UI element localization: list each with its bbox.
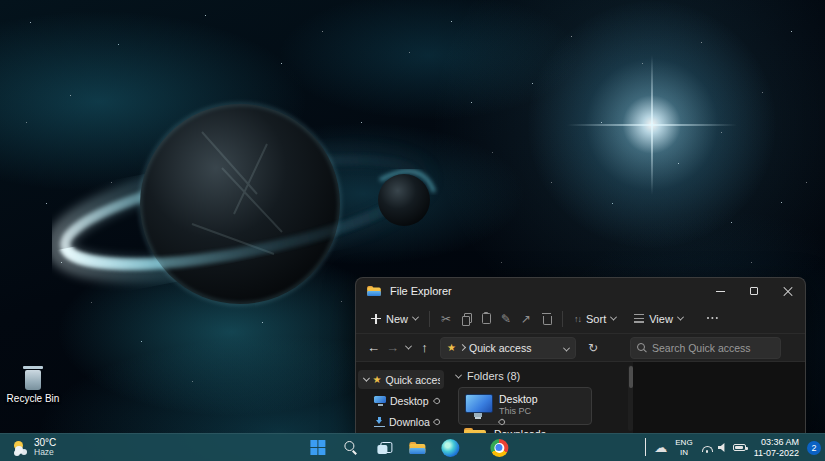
address-bar[interactable]: ★ Quick access — [440, 337, 576, 359]
taskbar-chrome-button[interactable] — [487, 436, 511, 460]
wifi-icon — [701, 443, 713, 453]
language-code: ENG — [675, 438, 692, 447]
pin-icon — [433, 417, 441, 425]
cut-button[interactable]: ✂ — [436, 309, 456, 329]
trash-icon — [542, 313, 551, 324]
folder-tile-name: Desktop — [499, 393, 538, 405]
downloads-icon — [374, 417, 385, 427]
content-empty-area — [633, 362, 805, 433]
scrollbar-thumb[interactable] — [629, 366, 633, 388]
minimize-button[interactable] — [703, 278, 737, 304]
sidebar-item-quick-access[interactable]: ★ Quick access — [358, 370, 444, 389]
widgets-weather-button[interactable]: 30°C Haze — [6, 434, 62, 461]
close-button[interactable] — [771, 278, 805, 304]
taskbar-app-icons — [306, 434, 511, 461]
new-button-label: New — [386, 313, 408, 325]
sort-icon: ↑↓ — [574, 314, 581, 324]
pin-icon — [498, 418, 506, 426]
forward-button[interactable]: → — [383, 338, 402, 358]
recent-locations-button[interactable] — [402, 345, 415, 350]
sidebar-item-desktop[interactable]: Desktop — [358, 391, 444, 410]
close-icon — [783, 286, 793, 296]
plus-icon — [371, 314, 381, 324]
chrome-icon — [490, 439, 508, 457]
view-button[interactable]: View — [629, 310, 688, 328]
paste-button[interactable] — [476, 309, 496, 329]
sidebar-item-downloads[interactable]: Downloads — [358, 412, 444, 431]
refresh-button[interactable]: ↻ — [584, 341, 602, 355]
desktop-icon — [374, 396, 386, 406]
navigation-bar: ← → ↑ ★ Quick access ↻ — [356, 334, 805, 362]
maximize-icon — [750, 287, 758, 295]
battery-icon — [733, 444, 746, 451]
up-button[interactable]: ↑ — [415, 338, 434, 358]
folder-tile-downloads[interactable]: Downloads — [458, 426, 592, 433]
recycle-bin-shortcut[interactable]: Recycle Bin — [6, 364, 60, 404]
sort-button[interactable]: ↑↓ Sort — [569, 310, 621, 328]
share-button[interactable]: ↗ — [516, 309, 536, 329]
minimize-icon — [716, 291, 725, 292]
see-more-button[interactable] — [702, 314, 724, 323]
file-explorer-window: File Explorer New ✂ ✎ ↗ ↑↓ Sort View — [355, 277, 806, 433]
pin-icon — [433, 396, 441, 404]
clock-button[interactable]: 03:36 AM 11-07-2022 — [754, 437, 799, 459]
copy-icon — [462, 313, 471, 324]
chevron-down-icon — [677, 314, 684, 321]
copy-button[interactable] — [456, 309, 476, 329]
search-input[interactable] — [652, 342, 774, 354]
quick-access-star-icon: ★ — [373, 375, 382, 385]
quick-settings-button[interactable] — [701, 443, 746, 453]
address-dropdown-button[interactable] — [564, 342, 569, 354]
file-explorer-icon — [367, 286, 381, 296]
tray-overflow-button[interactable] — [645, 439, 646, 457]
taskbar-edge-button[interactable] — [438, 436, 462, 460]
language-indicator[interactable]: ENG IN — [675, 438, 692, 456]
content-pane: Folders (8) Desktop This PC Downloads — [448, 362, 628, 433]
view-icon — [634, 314, 644, 323]
search-box — [630, 337, 781, 359]
taskbar-file-explorer-button[interactable] — [405, 436, 429, 460]
folder-tile-location: This PC — [499, 406, 538, 416]
toolbar-divider — [562, 311, 563, 327]
desktop-folder-icon — [465, 394, 491, 418]
chevron-down-icon — [405, 343, 412, 350]
onedrive-cloud-icon[interactable]: ☁ — [654, 441, 667, 454]
toolbar-divider — [429, 311, 430, 327]
delete-button[interactable] — [536, 309, 556, 329]
rename-button[interactable]: ✎ — [496, 309, 516, 329]
start-button[interactable] — [306, 436, 330, 460]
notification-count-badge[interactable]: 2 — [807, 441, 821, 455]
recycle-bin-icon — [22, 364, 44, 390]
folders-section-header[interactable]: Folders (8) — [448, 362, 628, 382]
maximize-button[interactable] — [737, 278, 771, 304]
task-view-button[interactable] — [372, 436, 396, 460]
weather-condition: Haze — [34, 448, 56, 457]
sidebar-item-label: Desktop — [390, 395, 429, 407]
chevron-down-icon — [455, 371, 462, 378]
command-bar: New ✂ ✎ ↗ ↑↓ Sort View — [356, 304, 805, 334]
folder-tile-desktop[interactable]: Desktop This PC — [458, 387, 592, 425]
new-button[interactable]: New — [366, 310, 423, 328]
chevron-down-icon — [610, 314, 617, 321]
taskbar-search-button[interactable] — [339, 436, 363, 460]
sidebar-item-label: Quick access — [385, 374, 440, 386]
folders-section-label: Folders (8) — [467, 370, 520, 382]
view-button-label: View — [649, 313, 673, 325]
file-explorer-icon — [409, 442, 425, 454]
edge-icon — [441, 439, 459, 457]
sort-button-label: Sort — [586, 313, 606, 325]
paste-icon — [482, 313, 491, 324]
window-title: File Explorer — [390, 285, 452, 297]
region-code: IN — [680, 448, 688, 457]
quick-access-star-icon: ★ — [447, 343, 456, 353]
chevron-up-icon — [645, 438, 646, 456]
title-bar[interactable]: File Explorer — [356, 278, 805, 304]
explorer-body: ★ Quick access Desktop Downloads Folders… — [356, 362, 805, 433]
windows-logo-icon — [310, 440, 325, 455]
starfield — [0, 0, 1, 1]
recycle-bin-label: Recycle Bin — [6, 393, 60, 404]
navigation-pane: ★ Quick access Desktop Downloads — [356, 362, 446, 433]
tray-date: 11-07-2022 — [754, 448, 799, 459]
more-ellipsis-icon — [707, 317, 719, 320]
back-button[interactable]: ← — [364, 338, 383, 358]
